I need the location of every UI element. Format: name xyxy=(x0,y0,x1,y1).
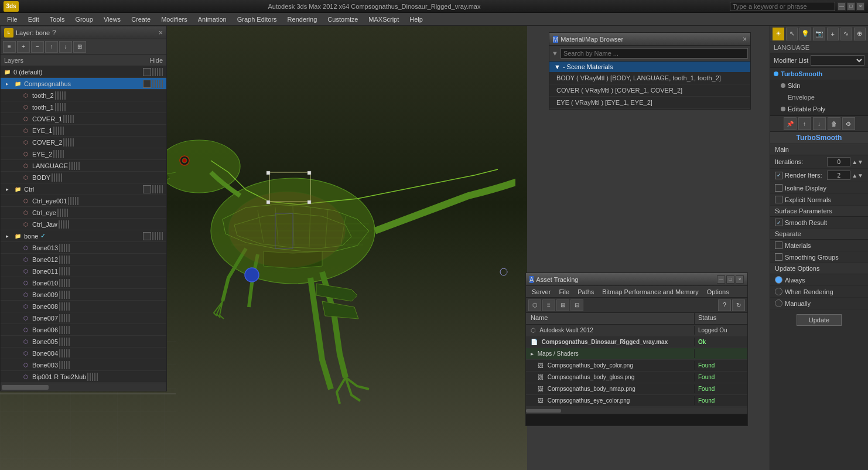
layer-checkbox-compsognathus[interactable] xyxy=(143,80,151,88)
ts-iterations-spinner-up[interactable]: ▲ xyxy=(852,159,857,165)
rp-icon-light[interactable]: 💡 xyxy=(799,28,811,40)
at-tb-help-btn[interactable]: ? xyxy=(718,299,731,311)
at-row-body-gloss[interactable]: 🖼 Compsognathus_body_gloss.png Found xyxy=(526,372,747,383)
layer-item-bip001rtoe2nub[interactable]: ⬡ Bip001 R Toe2Nub xyxy=(1,371,166,383)
ts-explicit-normals-checkbox[interactable] xyxy=(775,196,782,203)
menu-tools[interactable]: Tools xyxy=(45,13,70,25)
material-browser-close[interactable]: × xyxy=(743,35,747,43)
layer-options-btn[interactable]: ⊞ xyxy=(73,41,86,53)
layer-move-down-btn[interactable]: ↓ xyxy=(59,41,72,53)
layer-item-compsognathus[interactable]: ▸ 📁 Compsognathus xyxy=(1,78,166,90)
layer-item-bone[interactable]: ▸ 📁 bone ✓ xyxy=(1,230,166,242)
h-scrollbar-thumb[interactable] xyxy=(2,385,49,390)
rp-icon-spacewarp[interactable]: ⊕ xyxy=(854,28,866,40)
modifier-item-envelope[interactable]: Envelope xyxy=(770,91,868,103)
ts-render-iters-checkbox[interactable] xyxy=(775,172,782,179)
layer-checkbox-bone[interactable] xyxy=(143,232,151,240)
layer-item-bone007[interactable]: ⬡ Bone007 xyxy=(1,312,166,324)
menu-rendering[interactable]: Rendering xyxy=(283,13,322,25)
layer-item-bone006[interactable]: ⬡ Bone006 xyxy=(1,324,166,336)
at-tb-btn4[interactable]: ⊟ xyxy=(570,299,583,311)
menu-maxscript[interactable]: MAXScript xyxy=(364,13,404,25)
at-tb-btn2[interactable]: ≡ xyxy=(542,299,555,311)
rp-icon-helper[interactable]: + xyxy=(827,28,839,40)
layer-move-up-btn[interactable]: ↑ xyxy=(45,41,58,53)
layer-item-language[interactable]: ⬡ LANGUAGE xyxy=(1,160,166,172)
modifier-dropdown[interactable] xyxy=(811,55,864,66)
at-tb-btn1[interactable]: ⬡ xyxy=(528,299,541,311)
ts-render-spinner-up[interactable]: ▲ xyxy=(852,172,857,179)
layer-item-eye1[interactable]: ⬡ EYE_1 xyxy=(1,125,166,137)
at-menu-file[interactable]: File xyxy=(555,287,573,297)
menu-customize[interactable]: Customize xyxy=(323,13,363,25)
ts-iterations-input[interactable] xyxy=(827,157,850,166)
material-item-cover[interactable]: COVER ( VRayMtl ) [COVER_1, COVER_2] xyxy=(549,84,750,97)
at-row-vault[interactable]: ⬡ Autodesk Vault 2012 Logged Ou xyxy=(526,325,747,336)
ts-render-spinner-down[interactable]: ▼ xyxy=(857,172,863,179)
ts-isoline-checkbox[interactable] xyxy=(775,184,782,192)
layer-panel-close[interactable]: × xyxy=(159,29,163,37)
at-row-body-nmap[interactable]: 🖼 Compsognathus_body_nmap.png Found xyxy=(526,383,747,395)
modifier-item-skin[interactable]: Skin xyxy=(770,80,868,91)
rp-icon-sun[interactable]: ☀ xyxy=(773,28,784,40)
at-scrollbar-h[interactable] xyxy=(526,407,747,414)
ts-manually-radio[interactable] xyxy=(775,299,782,307)
layer-item-ctrljaw[interactable]: ⬡ Ctrl_Jaw xyxy=(1,219,166,230)
rp-delete-btn[interactable]: 🗑 xyxy=(828,117,840,130)
global-search-input[interactable] xyxy=(730,2,835,11)
ts-iterations-spinner-down[interactable]: ▼ xyxy=(857,159,863,165)
rp-pin-btn[interactable]: 📌 xyxy=(784,117,797,130)
ts-always-radio[interactable] xyxy=(775,276,782,284)
layer-item-eye2[interactable]: ⬡ EYE_2 xyxy=(1,148,166,160)
layer-add-btn[interactable]: + xyxy=(17,41,30,53)
layer-item-tooth1[interactable]: ⬡ tooth_1 xyxy=(1,101,166,113)
layer-list-btn[interactable]: ≡ xyxy=(3,41,16,53)
layer-item-tooth2[interactable]: ⬡ tooth_2 xyxy=(1,90,166,101)
at-tb-btn3[interactable]: ⊞ xyxy=(556,299,569,311)
scene-materials-header[interactable]: ▼ - Scene Materials xyxy=(549,62,750,72)
at-row-file[interactable]: 📄 Compsognathus_Dinosaur_Rigged_vray.max… xyxy=(526,336,747,348)
layer-item-bone013[interactable]: ⬡ Bone013 xyxy=(1,242,166,254)
at-row-eye-color[interactable]: 🖼 Compsognathus_eye_color.png Found xyxy=(526,395,747,407)
layer-item-body[interactable]: ⬡ BODY xyxy=(1,172,166,183)
ts-update-button[interactable]: Update xyxy=(797,314,842,326)
layer-item-bone005[interactable]: ⬡ Bone005 xyxy=(1,336,166,348)
at-menu-paths[interactable]: Paths xyxy=(574,287,597,297)
asset-min-btn[interactable]: — xyxy=(717,275,725,284)
layer-item-cover1[interactable]: ⬡ COVER_1 xyxy=(1,113,166,125)
layer-item-bone003[interactable]: ⬡ Bone003 xyxy=(1,359,166,371)
at-h-thumb[interactable] xyxy=(526,409,561,413)
modifier-item-editable-poly[interactable]: Editable Poly xyxy=(770,103,868,115)
layer-item-bone004[interactable]: ⬡ Bone004 xyxy=(1,348,166,359)
ts-render-iters-input[interactable] xyxy=(827,171,850,180)
menu-group[interactable]: Group xyxy=(70,13,98,25)
asset-close-btn[interactable]: × xyxy=(736,275,744,284)
at-menu-options[interactable]: Options xyxy=(703,287,733,297)
material-search-input[interactable] xyxy=(561,48,748,59)
at-row-body-color[interactable]: 🖼 Compsognathus_body_color.png Found xyxy=(526,360,747,372)
layer-scrollbar-horizontal[interactable] xyxy=(1,383,166,391)
layer-checkbox-ctrl[interactable] xyxy=(143,185,151,193)
menu-animation[interactable]: Animation xyxy=(193,13,231,25)
layer-item-0default[interactable]: 📁 0 (default) xyxy=(1,66,166,78)
rp-icon-spline[interactable]: ∿ xyxy=(840,28,852,40)
layer-item-bone011[interactable]: ⬡ Bone011 xyxy=(1,265,166,277)
rp-configure-btn[interactable]: ⚙ xyxy=(842,117,855,130)
layer-item-bone012[interactable]: ⬡ Bone012 xyxy=(1,254,166,265)
asset-max-btn[interactable]: □ xyxy=(726,275,734,284)
material-item-eye[interactable]: EYE ( VRayMtl ) [EYE_1, EYE_2] xyxy=(549,97,750,109)
layer-checkbox-0default[interactable] xyxy=(143,68,151,76)
menu-views[interactable]: Views xyxy=(99,13,125,25)
at-menu-bitmap[interactable]: Bitmap Performance and Memory xyxy=(599,287,702,297)
layer-item-ctrleye[interactable]: ⬡ Ctrl_eye xyxy=(1,207,166,219)
ts-when-rendering-radio[interactable] xyxy=(775,288,782,295)
close-button[interactable]: × xyxy=(856,2,864,11)
ts-materials-checkbox[interactable] xyxy=(775,241,782,249)
menu-file[interactable]: File xyxy=(2,13,22,25)
menu-edit[interactable]: Edit xyxy=(23,13,44,25)
maximize-button[interactable]: □ xyxy=(847,2,855,11)
menu-graph-editors[interactable]: Graph Editors xyxy=(233,13,282,25)
ts-smoothing-groups-checkbox[interactable] xyxy=(775,253,782,261)
material-item-body[interactable]: BODY ( VRayMtl ) [BODY, LANGUAGE, tooth_… xyxy=(549,72,750,84)
rp-icon-cursor[interactable]: ↖ xyxy=(786,28,798,40)
